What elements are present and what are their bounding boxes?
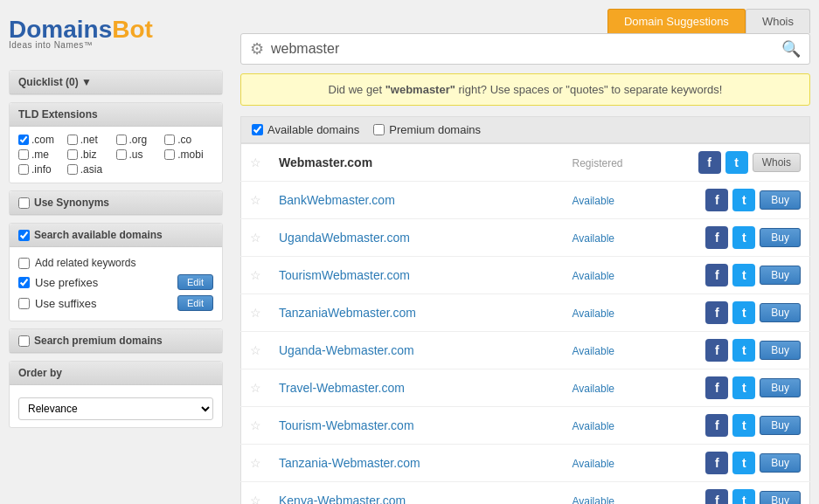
table-row: ☆ TanzaniaWebmaster.com Available f t Bu… [241,294,810,332]
tld-mobi-checkbox[interactable] [164,149,175,160]
domain-name-link[interactable]: TourismWebmaster.com [279,268,410,282]
tld-net-checkbox[interactable] [67,135,78,145]
twitter-icon[interactable]: t [732,376,755,399]
twitter-icon[interactable]: t [732,264,755,287]
tld-asia-checkbox[interactable] [67,164,78,175]
table-row: ☆ Uganda-Webmaster.com Available f t Buy [241,332,810,369]
domain-name-link[interactable]: Travel-Webmaster.com [279,381,405,395]
buy-button[interactable]: Buy [760,416,801,435]
favorite-icon[interactable]: ☆ [250,456,261,470]
suffixes-edit-button[interactable]: Edit [177,295,213,311]
twitter-icon[interactable]: t [732,189,755,211]
tld-info-checkbox[interactable] [18,164,29,175]
domain-cell: UgandaWebmaster.com [270,219,563,257]
star-cell: ☆ [241,407,271,445]
favorite-icon[interactable]: ☆ [250,231,261,245]
related-keywords-checkbox[interactable] [18,258,30,269]
actions-container: f t Buy [698,414,801,437]
star-cell: ☆ [241,294,271,332]
domain-name-link[interactable]: UgandaWebmaster.com [279,231,410,245]
suffixes-checkbox[interactable] [18,298,30,309]
actions-container: f t Buy [698,264,801,287]
table-row: ☆ Kenya-Webmaster.com Available f t Buy [241,482,810,505]
buy-button[interactable]: Buy [760,303,801,322]
facebook-icon[interactable]: f [705,376,728,399]
domain-name-link[interactable]: Kenya-Webmaster.com [279,494,406,504]
facebook-icon[interactable]: f [705,301,728,324]
domain-name-link[interactable]: TanzaniaWebmaster.com [279,306,416,320]
domain-name-link[interactable]: Uganda-Webmaster.com [279,343,414,357]
twitter-icon[interactable]: t [732,489,755,504]
filter-bar: Available domains Premium domains [240,116,810,143]
quicklist-header[interactable]: Quicklist (0) ▼ [10,71,222,94]
order-by-title: Order by [18,367,62,379]
tld-co: .co [164,134,213,146]
domain-name-link[interactable]: Tourism-Webmaster.com [279,418,414,432]
synonyms-checkbox[interactable] [18,197,30,209]
logo-domains: Domains [9,16,112,43]
facebook-icon[interactable]: f [705,339,728,362]
search-available-header[interactable]: Search available domains [10,224,222,247]
whois-button[interactable]: Whois [753,153,801,172]
facebook-icon[interactable]: f [705,489,728,504]
domain-name-link[interactable]: BankWebmaster.com [279,193,395,207]
favorite-icon[interactable]: ☆ [250,193,261,207]
twitter-icon[interactable]: t [732,226,755,249]
buy-button[interactable]: Buy [760,378,801,397]
domain-cell: Tourism-Webmaster.com [270,407,563,445]
tld-com-checkbox[interactable] [18,135,29,145]
search-premium-checkbox[interactable] [18,335,30,347]
premium-filter-checkbox[interactable] [373,124,385,135]
tld-co-checkbox[interactable] [164,135,175,145]
domain-name-link[interactable]: Tanzania-Webmaster.com [279,456,420,470]
facebook-icon[interactable]: f [698,151,721,174]
search-available-checkbox[interactable] [18,230,30,241]
twitter-icon[interactable]: t [732,339,755,362]
tld-us-checkbox[interactable] [116,149,127,160]
prefixes-checkbox[interactable] [18,277,30,288]
buy-button[interactable]: Buy [760,491,801,504]
synonyms-header[interactable]: Use Synonyms [10,191,222,215]
order-by-section: Order by Relevance Alphabetical Length [9,361,223,428]
buy-button[interactable]: Buy [760,190,801,210]
buy-button[interactable]: Buy [760,341,801,360]
search-premium-header[interactable]: Search premium domains [10,329,222,353]
facebook-icon[interactable]: f [705,226,728,249]
favorite-icon[interactable]: ☆ [250,306,261,320]
facebook-icon[interactable]: f [705,452,728,474]
favorite-icon[interactable]: ☆ [250,155,261,169]
favorite-icon[interactable]: ☆ [250,381,261,395]
tab-domain-suggestions[interactable]: Domain Suggestions [607,9,746,33]
search-button[interactable]: 🔍 [781,39,801,59]
prefixes-edit-button[interactable]: Edit [177,274,213,290]
tld-org-checkbox[interactable] [116,135,127,145]
tab-whois[interactable]: Whois [746,9,810,33]
order-by-select[interactable]: Relevance Alphabetical Length [18,397,213,420]
favorite-icon[interactable]: ☆ [250,268,261,282]
actions-cell: f t Buy [690,407,810,445]
status-badge: Registered [572,157,622,169]
search-available-body: Add related keywords Use prefixes Edit U… [10,247,222,321]
twitter-icon[interactable]: t [732,414,755,437]
search-input[interactable] [271,41,774,57]
available-filter-checkbox[interactable] [252,124,263,135]
domain-cell: BankWebmaster.com [270,182,563,219]
twitter-icon[interactable]: t [732,452,755,474]
facebook-icon[interactable]: f [705,189,728,211]
available-filter-label: Available domains [267,123,359,136]
favorite-icon[interactable]: ☆ [250,418,261,432]
status-badge: Available [572,420,614,432]
twitter-icon[interactable]: t [725,151,748,174]
tld-me-checkbox[interactable] [18,149,29,160]
gear-icon[interactable]: ⚙ [250,39,264,59]
buy-button[interactable]: Buy [760,266,801,285]
facebook-icon[interactable]: f [705,264,728,287]
facebook-icon[interactable]: f [705,414,728,437]
favorite-icon[interactable]: ☆ [250,343,261,357]
tld-biz-checkbox[interactable] [67,149,78,160]
twitter-icon[interactable]: t [732,301,755,324]
favorite-icon[interactable]: ☆ [250,494,261,504]
star-cell: ☆ [241,219,271,257]
buy-button[interactable]: Buy [760,228,801,247]
buy-button[interactable]: Buy [760,453,801,473]
